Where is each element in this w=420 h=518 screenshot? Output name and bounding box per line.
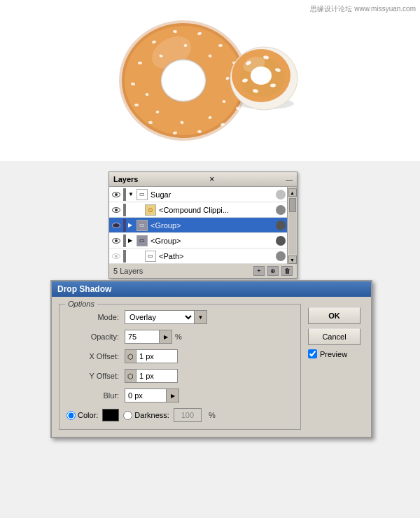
expand-4[interactable]: ▶ (128, 237, 135, 244)
dialog-buttons: OK Cancel Preview (308, 304, 364, 430)
footer-icon-new[interactable]: + (253, 266, 265, 276)
footer-icon-dup[interactable]: ⊕ (267, 266, 279, 276)
blur-label: Blur: (66, 391, 119, 400)
xoffset-input[interactable] (136, 349, 178, 363)
blur-input-group: ▶ (125, 388, 179, 402)
yoffset-label: Y Offset: (66, 372, 119, 380)
expand-3[interactable]: ▶ (128, 222, 135, 229)
darkness-unit: % (209, 411, 216, 419)
cancel-button[interactable]: Cancel (308, 328, 360, 345)
mode-row: Mode: Overlay ▼ (66, 310, 293, 324)
xoffset-row: X Offset: ⬡ (66, 349, 293, 363)
options-legend: Options (65, 300, 97, 308)
donut-illustration (119, 14, 301, 147)
opacity-input[interactable] (125, 330, 160, 344)
mode-select[interactable]: Overlay (125, 310, 195, 324)
dialog-titlebar: Drop Shadow (52, 281, 371, 297)
scroll-thumb[interactable] (289, 198, 296, 212)
footer-icon-del[interactable]: 🗑 (281, 266, 293, 276)
layer-row-sugar[interactable]: ▼ ▭ Sugar (109, 187, 287, 202)
layer-row-group2[interactable]: ▶ ▭ <Group> (109, 233, 287, 248)
layers-scrollbar[interactable]: ▲ ▼ (287, 187, 297, 264)
thumb-2: ⊙ (145, 204, 156, 216)
color-radio[interactable] (66, 411, 76, 420)
thumb-3: ▭ (136, 220, 148, 231)
eye-icon-3[interactable] (111, 220, 122, 231)
opacity-input-group: ▶ (125, 330, 172, 344)
layers-footer: 5 Layers + ⊕ 🗑 (109, 264, 297, 278)
xoffset-label: X Offset: (66, 352, 119, 360)
layer-name-3: <Group> (150, 221, 273, 230)
mode-input-group: Overlay ▼ (125, 310, 207, 324)
donut-slice-svg (227, 42, 301, 112)
opacity-row: Opacity: ▶ % (66, 330, 293, 344)
dialog-title: Drop Shadow (57, 284, 111, 294)
preview-checkbox[interactable] (308, 349, 317, 358)
options-group: Options Mode: Overlay ▼ Opacity: (59, 304, 301, 430)
layer-name-5: <Path> (159, 252, 273, 260)
scroll-down[interactable]: ▼ (288, 255, 297, 264)
drop-shadow-dialog: Drop Shadow Options Mode: Overlay ▼ (50, 280, 372, 438)
color-bar-4 (123, 234, 126, 247)
expand-1[interactable]: ▼ (128, 191, 135, 198)
ok-button[interactable]: OK (308, 307, 360, 324)
eye-icon-4[interactable] (111, 235, 122, 246)
yoffset-stepper[interactable]: ⬡ (125, 369, 136, 383)
scroll-track (289, 198, 296, 254)
blur-arrow[interactable]: ▶ (167, 388, 179, 402)
color-bar-3 (123, 219, 126, 232)
color-label-text: Color: (78, 411, 98, 419)
opacity-label: Opacity: (66, 332, 119, 341)
layer-row-compound[interactable]: ⊙ <Compound Clippi... (109, 202, 287, 218)
footer-icons: + ⊕ 🗑 (253, 266, 293, 276)
layer-row-path[interactable]: ▭ <Path> (109, 248, 287, 264)
darkness-radio-label[interactable]: Darkness: (123, 411, 169, 420)
eye-icon-5 (111, 251, 122, 262)
eye-icon-2[interactable] (111, 204, 122, 216)
xoffset-stepper[interactable]: ⬡ (125, 349, 136, 363)
xoffset-input-group: ⬡ (125, 349, 178, 363)
mode-label: Mode: (66, 313, 119, 321)
blur-row: Blur: ▶ (66, 388, 293, 402)
layers-titlebar: Layers × — (109, 172, 297, 187)
layers-inner: ▼ ▭ Sugar ⊙ <Compound Clippi... ▶ ▭ <Gr (109, 187, 297, 264)
dialog-body: Options Mode: Overlay ▼ Opacity: (52, 297, 371, 437)
color-bar-1 (123, 188, 126, 201)
scroll-up[interactable]: ▲ (288, 188, 297, 197)
thumb-5: ▭ (145, 251, 156, 262)
watermark: 思缘设计论坛 www.missyuan.com (310, 4, 416, 14)
layer-name-2: <Compound Clippi... (159, 206, 273, 214)
mode-icon-3 (276, 220, 286, 230)
preview-label[interactable]: Preview (308, 349, 364, 358)
color-swatch[interactable] (102, 409, 119, 421)
layer-name-1: Sugar (150, 190, 273, 199)
preview-label-text: Preview (320, 350, 347, 358)
color-bar-5 (123, 250, 126, 262)
layer-name-4: <Group> (150, 237, 273, 245)
mode-icon-1 (276, 190, 286, 200)
layer-row-group1[interactable]: ▶ ▭ <Group> (109, 218, 287, 233)
darkness-radio[interactable] (123, 411, 132, 420)
opacity-unit: % (175, 332, 182, 341)
color-row: Color: Darkness: % (66, 408, 293, 422)
canvas-area (0, 0, 420, 161)
layers-close-btn[interactable]: — (286, 176, 293, 183)
layers-panel-title: Layers (113, 175, 138, 183)
yoffset-input-group: ⬡ (125, 369, 178, 383)
mode-icon-4 (276, 236, 286, 246)
yoffset-input[interactable] (136, 369, 178, 383)
layers-count: 5 Layers (113, 267, 143, 275)
color-radio-label[interactable]: Color: (66, 411, 98, 420)
darkness-label-text: Darkness: (134, 411, 169, 419)
blur-input[interactable] (125, 388, 167, 402)
mode-dropdown-arrow[interactable]: ▼ (195, 310, 207, 324)
expand-5[interactable] (128, 253, 144, 260)
thumb-4: ▭ (136, 235, 148, 246)
expand-2[interactable] (128, 206, 144, 214)
eye-icon-1[interactable] (111, 189, 122, 200)
opacity-arrow[interactable]: ▶ (160, 330, 172, 344)
yoffset-row: Y Offset: ⬡ (66, 369, 293, 383)
dialog-options: Options Mode: Overlay ▼ Opacity: (59, 304, 301, 430)
color-bar-2 (123, 204, 126, 216)
layers-rows: ▼ ▭ Sugar ⊙ <Compound Clippi... ▶ ▭ <Gr (109, 187, 287, 264)
